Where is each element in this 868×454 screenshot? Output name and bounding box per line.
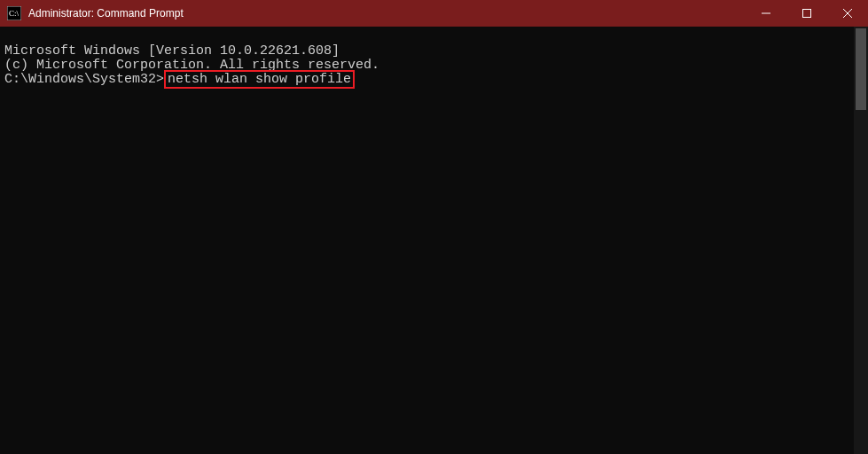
command-text: netsh wlan show profile xyxy=(164,70,355,89)
terminal-area[interactable]: Microsoft Windows [Version 10.0.22621.60… xyxy=(0,27,868,454)
svg-rect-3 xyxy=(803,10,811,18)
close-button[interactable] xyxy=(827,0,868,27)
command-prompt-window: C:\ Administrator: Command Prompt Micros… xyxy=(0,0,868,454)
version-line: Microsoft Windows [Version 10.0.22621.60… xyxy=(4,43,340,59)
minimize-button[interactable] xyxy=(746,0,786,27)
window-title: Administrator: Command Prompt xyxy=(28,7,746,20)
window-controls xyxy=(746,0,868,27)
svg-text:C:\: C:\ xyxy=(9,9,20,18)
cmd-icon: C:\ xyxy=(7,6,21,20)
vertical-scrollbar[interactable] xyxy=(854,27,868,454)
titlebar[interactable]: C:\ Administrator: Command Prompt xyxy=(0,0,868,27)
prompt-path: C:\Windows\System32> xyxy=(4,72,164,87)
scrollbar-thumb[interactable] xyxy=(856,28,866,110)
maximize-button[interactable] xyxy=(786,0,827,27)
